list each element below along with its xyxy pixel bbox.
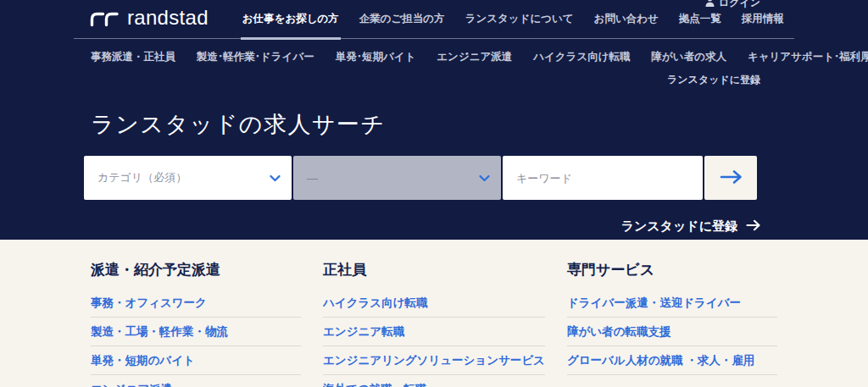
snav-high-class[interactable]: ハイクラス向け転職 (533, 50, 630, 64)
register-cta-label: ランスタッドに登録 (621, 218, 737, 235)
link-global-talent[interactable]: グローバル人材の就職 ・求人・雇用 (567, 346, 777, 375)
register-top-row: ランスタッドに登録 (74, 71, 794, 87)
link-list: ドライバー派遣・送迎ドライバー 障がい者の転職支援 グローバル人材の就職 ・求人… (567, 289, 777, 375)
column-special-services: 専門サービス ドライバー派遣・送迎ドライバー 障がい者の転職支援 グローバル人材… (567, 262, 777, 387)
link-high-class-tenshoku[interactable]: ハイクラス向け転職 (323, 289, 545, 318)
link-disability-support[interactable]: 障がい者の転職支援 (567, 318, 777, 346)
snav-engineer-staffing[interactable]: エンジニア派遣 (437, 50, 512, 64)
link-list: 事務・オフィスワーク 製造・工場・軽作業・物流 単発・短期のバイト エンジニア派… (91, 289, 301, 387)
login-link[interactable]: ログイン (705, 0, 760, 10)
link-engineering-solution[interactable]: エンジニアリングソリューションサービス (323, 346, 545, 375)
logo-wordmark: randstad (127, 8, 209, 30)
link-short-term-baito[interactable]: 単発・短期のバイト (91, 346, 301, 375)
user-icon (705, 0, 715, 9)
snav-office-staffing[interactable]: 事務派遣・正社員 (91, 50, 175, 64)
hero-section: randstad お仕事をお探しの方 企業のご担当の方 ランスタッドについて お… (0, 0, 868, 240)
randstad-logo[interactable]: randstad (89, 8, 209, 30)
job-links-section: 派遣・紹介予定派遣 事務・オフィスワーク 製造・工場・軽作業・物流 単発・短期の… (0, 240, 868, 387)
nav-jobseekers[interactable]: お仕事をお探しの方 (232, 0, 349, 39)
link-engineer-tenshoku[interactable]: エンジニア転職 (323, 318, 545, 346)
column-heading: 正社員 (323, 262, 545, 279)
randstad-mark-icon (89, 9, 120, 30)
link-engineer-haken[interactable]: エンジニア派遣 (91, 375, 301, 387)
nav-about-randstad[interactable]: ランスタッドについて (455, 0, 584, 39)
link-list: ハイクラス向け転職 エンジニア転職 エンジニアリングソリューションサービス 海外… (323, 289, 545, 387)
column-heading: 専門サービス (567, 262, 777, 279)
nav-contact[interactable]: お問い合わせ (584, 0, 669, 39)
nav-employers[interactable]: 企業のご担当の方 (349, 0, 455, 39)
chevron-down-icon (479, 172, 490, 185)
register-cta[interactable]: ランスタッドに登録 (74, 218, 794, 235)
login-label: ログイン (719, 0, 760, 10)
snav-short-term-jobs[interactable]: 単発･短期バイト (336, 50, 416, 64)
link-driver-haken[interactable]: ドライバー派遣・送迎ドライバー (567, 289, 777, 318)
page-title: ランスタッドの求人サーチ (91, 109, 794, 140)
subcategory-select[interactable]: — (293, 156, 501, 200)
link-office-work[interactable]: 事務・オフィスワーク (91, 289, 301, 318)
snav-manufacturing-driver[interactable]: 製造･軽作業･ドライバー (197, 50, 314, 64)
chevron-down-icon (270, 172, 281, 185)
subcategory-select-value: — (307, 172, 318, 185)
secondary-nav: 事務派遣・正社員 製造･軽作業･ドライバー 単発･短期バイト エンジニア派遣 ハ… (74, 39, 794, 64)
arrow-right-icon (720, 169, 743, 187)
link-overseas[interactable]: 海外での就職・転職 (323, 375, 545, 387)
column-temp-staffing: 派遣・紹介予定派遣 事務・オフィスワーク 製造・工場・軽作業・物流 単発・短期の… (91, 262, 301, 387)
column-heading: 派遣・紹介予定派遣 (91, 262, 301, 279)
snav-career-support[interactable]: キャリアサポート･福利厚生 (748, 50, 868, 64)
job-search-form: カテゴリ（必須） — (84, 156, 757, 200)
search-submit-button[interactable] (704, 156, 757, 200)
category-select[interactable]: カテゴリ（必須） (84, 156, 292, 200)
category-select-value: カテゴリ（必須） (97, 170, 186, 185)
top-navigation-bar: randstad お仕事をお探しの方 企業のご担当の方 ランスタッドについて お… (74, 0, 794, 39)
column-fulltime: 正社員 ハイクラス向け転職 エンジニア転職 エンジニアリングソリューションサービ… (323, 262, 545, 387)
arrow-right-icon (746, 219, 760, 234)
snav-disability-jobs[interactable]: 障がい者の求人 (652, 50, 726, 64)
keyword-input[interactable] (503, 156, 703, 200)
register-link-top[interactable]: ランスタッドに登録 (667, 74, 760, 86)
link-factory-logistics[interactable]: 製造・工場・軽作業・物流 (91, 318, 301, 346)
